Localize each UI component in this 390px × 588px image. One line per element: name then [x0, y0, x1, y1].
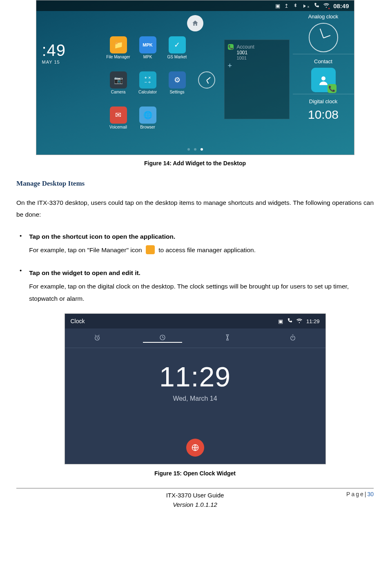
app-label: File Manager	[106, 55, 130, 59]
phone-badge-icon: 📞	[328, 84, 337, 93]
bullet1-title: Tap on the shortcut icon to open the app…	[29, 231, 374, 242]
tab-clock[interactable]	[130, 334, 195, 342]
analog-clock-icon	[198, 71, 215, 89]
footer-guide: ITX-3370 User Guide	[16, 491, 374, 500]
app-clock-widget[interactable]	[194, 71, 219, 105]
clock-time: 11:29	[159, 361, 231, 393]
figure1-caption: Figure 14: Add Widget to the Desktop	[16, 160, 374, 166]
page-footer: Page|30 ITX-3370 User Guide Version 1.0.…	[16, 491, 374, 509]
widget-digital-clock[interactable]: Digital clock 10:08	[293, 94, 354, 123]
widget-panel: Analog clock Contact 📞 Digital clock 10:…	[293, 11, 354, 155]
bullet-icon: •	[16, 265, 22, 276]
file-manager-inline-icon	[146, 245, 155, 254]
mpk-icon: MPK	[139, 36, 156, 53]
figure2-caption: Figure 15: Open Clock Widget	[16, 470, 374, 477]
upload-icon: ↥	[284, 3, 289, 9]
clock-title: Clock	[71, 318, 85, 324]
app-mpk[interactable]: MPK MPK	[135, 36, 160, 70]
clock-tabs	[65, 328, 325, 348]
wifi-icon	[296, 318, 302, 325]
account-widget[interactable]: 📞 Account 1001 1001 +	[224, 40, 290, 119]
app-label: Browser	[140, 125, 155, 129]
wifi-error-icon	[323, 2, 329, 9]
bullet1-text-pre: For example, tap on "File Manager" icon	[29, 246, 144, 253]
analog-clock-icon	[309, 23, 338, 52]
status-time: 11:29	[306, 318, 320, 324]
clock-display: 11:29 Wed, March 14	[159, 361, 231, 402]
status-time: 08:49	[333, 2, 349, 9]
tab-timer[interactable]	[195, 334, 261, 342]
app-camera[interactable]: 📷 Camera	[106, 71, 131, 105]
bullet-icon: •	[16, 231, 22, 241]
status-bar: ▣ ↥ 🕨ₓ 08:49	[36, 0, 354, 11]
app-grid: 📁 File Manager MPK MPK ✓ GS Market 📷 Cam…	[106, 36, 236, 140]
camera-icon: 📷	[110, 71, 127, 89]
widget-title: Analog clock	[297, 13, 350, 20]
clock-date: Wed, March 14	[159, 395, 231, 402]
intro-paragraph: On the ITX-3370 desktop, users could tap…	[16, 197, 374, 221]
bullet1-text-post: to access file manager application.	[158, 246, 256, 253]
presence-icon: 📞	[228, 44, 234, 50]
figure-clock-widget: Clock ▣ 11:29	[65, 313, 326, 464]
account-number: 1001	[237, 50, 254, 55]
page-indicator	[187, 148, 203, 151]
app-voicemail[interactable]: ✉ Voicemail	[106, 107, 131, 140]
bullet2-title-real: Tap on the widget to open and edit it.	[29, 267, 374, 279]
bluetooth-icon	[293, 3, 298, 9]
app-label: Calculator	[138, 90, 157, 94]
bullet2-body: For example, tap on the digital clock on…	[29, 283, 349, 302]
gear-icon: ⚙	[169, 71, 186, 89]
app-label: Settings	[169, 90, 184, 94]
footer-rule	[16, 488, 374, 488]
folder-icon: 📁	[110, 36, 127, 53]
app-settings[interactable]: ⚙ Settings	[165, 71, 190, 105]
digital-clock-time: 10:08	[297, 108, 350, 122]
left-clock-widget: :49 MAY 15	[42, 41, 66, 64]
image-icon: ▣	[275, 3, 280, 9]
voicemail-icon: ✉	[110, 107, 127, 124]
widget-title: Contact	[297, 58, 350, 64]
handset-icon	[287, 318, 292, 324]
widget-contact[interactable]: Contact 📞	[293, 54, 354, 94]
contact-icon: 📞	[311, 68, 336, 92]
app-file-manager[interactable]: 📁 File Manager	[106, 36, 131, 70]
app-blank	[194, 36, 219, 70]
app-calculator[interactable]: + ×− ÷ Calculator	[135, 71, 160, 105]
app-gs-market[interactable]: ✓ GS Market	[165, 36, 190, 70]
app-label: GS Market	[167, 55, 187, 59]
market-icon: ✓	[169, 36, 186, 53]
account-sub: 1001	[237, 55, 254, 60]
svg-point-0	[321, 76, 325, 80]
page-number: Page|30	[346, 490, 374, 499]
calculator-icon: + ×− ÷	[139, 71, 156, 89]
tab-stopwatch[interactable]	[260, 334, 325, 342]
left-clock-time: :49	[42, 41, 66, 60]
section-heading: Manage Desktop Items	[16, 180, 374, 188]
left-clock-date: MAY 15	[42, 60, 66, 64]
world-clock-button[interactable]	[186, 439, 204, 457]
image-icon: ▣	[278, 318, 283, 324]
widget-analog-clock[interactable]: Analog clock	[293, 11, 354, 54]
clock-titlebar: Clock ▣ 11:29	[65, 314, 325, 328]
globe-icon: 🌐	[139, 107, 156, 124]
figure-add-widget: ▣ ↥ 🕨ₓ 08:49 :49 MAY 15 📁 File	[36, 0, 354, 155]
account-header: Account	[237, 44, 254, 50]
mute-icon: 🕨ₓ	[302, 3, 310, 9]
app-browser[interactable]: 🌐 Browser	[135, 107, 160, 140]
widget-title: Digital clock	[297, 98, 350, 104]
app-label: Voicemail	[109, 125, 127, 129]
tab-alarm[interactable]	[65, 334, 130, 342]
app-label: Camera	[111, 90, 126, 94]
home-button[interactable]	[187, 15, 203, 31]
handset-icon	[314, 2, 319, 9]
add-account-button[interactable]: +	[225, 60, 289, 70]
footer-version: Version 1.0.1.12	[16, 500, 374, 510]
app-label: MPK	[143, 55, 152, 59]
